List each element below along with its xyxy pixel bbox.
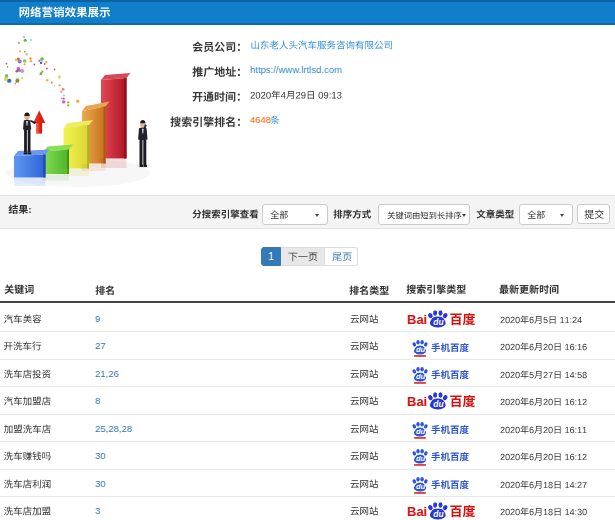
svg-text:du: du	[416, 345, 426, 354]
svg-text:du: du	[416, 427, 426, 436]
svg-text:du: du	[433, 317, 444, 327]
svg-text:Bai: Bai	[407, 312, 427, 327]
svg-text:du: du	[433, 509, 444, 519]
svg-text:Bai: Bai	[407, 504, 427, 519]
svg-text:du: du	[416, 372, 426, 381]
svg-text:du: du	[416, 482, 426, 491]
svg-text:du: du	[433, 399, 444, 409]
svg-text:Bai: Bai	[407, 394, 427, 409]
svg-text:du: du	[416, 454, 426, 463]
